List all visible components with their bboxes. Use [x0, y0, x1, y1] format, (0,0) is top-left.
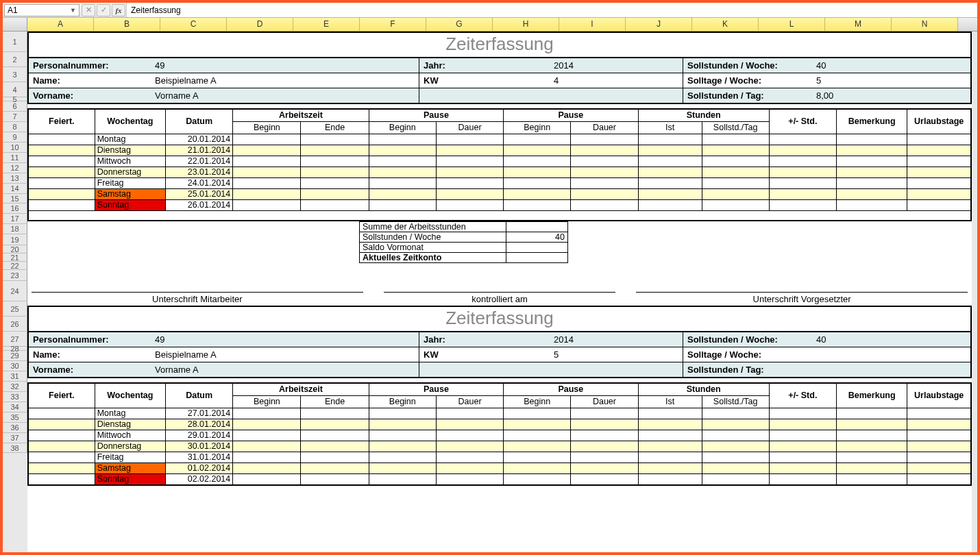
table-row[interactable]: Mittwoch29.01.2014	[28, 430, 971, 441]
sig-employee: Unterschrift Mitarbeiter	[32, 292, 363, 304]
row-header-25[interactable]: 25	[3, 301, 27, 317]
summary-box: Summe der Arbeitsstunden Sollstunden / W…	[359, 221, 568, 263]
row-header-21[interactable]: 21	[3, 254, 27, 262]
row-header-20[interactable]: 20	[3, 245, 27, 254]
table-row[interactable]: Donnerstag23.01.2014	[28, 167, 971, 178]
row-headers: 1234567891011121314151617181920212223242…	[3, 32, 27, 552]
row-header-15[interactable]: 15	[3, 194, 27, 204]
sheet-body: 1234567891011121314151617181920212223242…	[3, 32, 977, 552]
formula-input[interactable]: Zeiterfassung	[126, 3, 977, 17]
row-header-19[interactable]: 19	[3, 234, 27, 245]
row-header-10[interactable]: 10	[3, 143, 27, 153]
row-header-26[interactable]: 26	[3, 317, 27, 332]
table-row[interactable]: Montag27.01.2014	[28, 408, 971, 419]
row-header-30[interactable]: 30	[3, 361, 27, 371]
row-header-31[interactable]: 31	[3, 371, 27, 382]
row-header-22[interactable]: 22	[3, 262, 27, 270]
row-header-23[interactable]: 23	[3, 270, 27, 281]
row-header-14[interactable]: 14	[3, 184, 27, 194]
row-header-35[interactable]: 35	[3, 412, 27, 423]
row-header-18[interactable]: 18	[3, 224, 27, 234]
row-header-17[interactable]: 17	[3, 214, 27, 224]
accept-formula-button[interactable]: ✓	[97, 4, 110, 16]
col-header-F[interactable]: F	[360, 18, 426, 31]
info-grid: Personalnummer:49 Jahr:2014 Sollstunden …	[27, 331, 972, 378]
row-header-13[interactable]: 13	[3, 173, 27, 184]
row-header-3[interactable]: 3	[3, 67, 27, 82]
table-row[interactable]: Freitag31.01.2014	[28, 452, 971, 463]
table-row[interactable]: Samstag25.01.2014	[28, 189, 971, 200]
signatures: Unterschrift Mitarbeiter kontrolliert am…	[27, 286, 972, 306]
row-header-36[interactable]: 36	[3, 423, 27, 433]
table-row[interactable]: Donnerstag30.01.2014	[28, 441, 971, 452]
table-row[interactable]: Freitag24.01.2014	[28, 178, 971, 189]
col-header-I[interactable]: I	[559, 18, 626, 31]
page-title: Zeiterfassung	[27, 32, 972, 57]
table-row[interactable]: Samstag01.02.2014	[28, 463, 971, 473]
col-header-K[interactable]: K	[692, 18, 759, 31]
col-header-J[interactable]: J	[626, 18, 692, 31]
col-header-E[interactable]: E	[293, 18, 360, 31]
select-all-corner[interactable]	[3, 18, 27, 31]
col-header-D[interactable]: D	[227, 18, 293, 31]
name-box-dropdown-icon[interactable]: ▼	[70, 7, 76, 14]
row-header-32[interactable]: 32	[3, 382, 27, 392]
timesheet-table: Feiert.WochentagDatum Arbeitszeit PauseP…	[27, 382, 972, 486]
col-header-N[interactable]: N	[892, 18, 958, 31]
row-header-34[interactable]: 34	[3, 402, 27, 412]
row-header-6[interactable]: 6	[3, 101, 27, 112]
row-header-11[interactable]: 11	[3, 153, 27, 163]
col-header-B[interactable]: B	[94, 18, 160, 31]
row-header-12[interactable]: 12	[3, 163, 27, 173]
row-header-38[interactable]: 38	[3, 443, 27, 453]
table-row[interactable]: Sonntag26.01.2014	[28, 200, 971, 211]
column-headers: ABCDEFGHIJKLMN	[3, 18, 977, 32]
timesheet-table: Feiert.WochentagDatum Arbeitszeit PauseP…	[27, 108, 972, 221]
name-box-value: A1	[8, 5, 18, 15]
row-header-8[interactable]: 8	[3, 122, 27, 132]
row-header-37[interactable]: 37	[3, 433, 27, 443]
col-header-L[interactable]: L	[759, 18, 825, 31]
row-header-2[interactable]: 2	[3, 52, 27, 67]
sig-checked: kontrolliert am	[384, 292, 616, 304]
table-row[interactable]: Dienstag21.01.2014	[28, 145, 971, 156]
name-box[interactable]: A1 ▼	[4, 4, 79, 16]
cancel-formula-button[interactable]: ✕	[82, 4, 95, 16]
grid[interactable]: Zeiterfassung Personalnummer:49 Jahr:201…	[27, 32, 977, 552]
row-header-24[interactable]: 24	[3, 281, 27, 301]
row-header-1[interactable]: 1	[3, 32, 27, 52]
table-row[interactable]: Sonntag02.02.2014	[28, 473, 971, 485]
col-header-H[interactable]: H	[493, 18, 559, 31]
info-grid: Personalnummer:49 Jahr:2014 Sollstunden …	[27, 57, 972, 104]
row-header-9[interactable]: 9	[3, 132, 27, 143]
col-header-A[interactable]: A	[27, 18, 94, 31]
formula-bar: A1 ▼ ✕ ✓ fx Zeiterfassung	[3, 3, 977, 18]
row-header-7[interactable]: 7	[3, 112, 27, 122]
row-header-33[interactable]: 33	[3, 392, 27, 402]
col-header-M[interactable]: M	[825, 18, 892, 31]
excel-window: A1 ▼ ✕ ✓ fx Zeiterfassung ABCDEFGHIJKLMN…	[0, 0, 980, 555]
formula-text: Zeiterfassung	[131, 5, 181, 15]
table-row[interactable]: Mittwoch22.01.2014	[28, 156, 971, 167]
scrollbar-stub[interactable]	[972, 32, 977, 552]
page-title: Zeiterfassung	[27, 306, 972, 331]
row-header-16[interactable]: 16	[3, 204, 27, 214]
col-header-G[interactable]: G	[426, 18, 493, 31]
row-header-29[interactable]: 29	[3, 351, 27, 361]
table-row[interactable]: Montag20.01.2014	[28, 134, 971, 145]
fx-button[interactable]: fx	[112, 4, 125, 16]
col-header-C[interactable]: C	[160, 18, 227, 31]
table-row[interactable]: Dienstag28.01.2014	[28, 419, 971, 430]
sig-supervisor: Unterschrift Vorgesetzter	[636, 292, 968, 304]
